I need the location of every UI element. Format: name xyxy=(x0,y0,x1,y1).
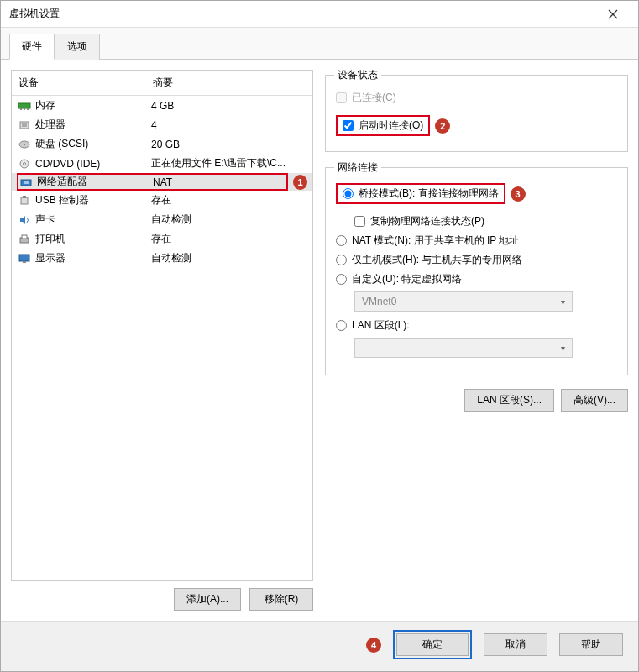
svg-rect-7 xyxy=(22,123,27,127)
display-icon xyxy=(17,252,32,265)
chevron-down-icon: ▾ xyxy=(561,297,565,307)
bridged-radio-input[interactable] xyxy=(343,188,354,199)
device-list-header: 设备 摘要 xyxy=(12,71,312,96)
lan-segments-button[interactable]: LAN 区段(S)... xyxy=(464,389,554,412)
device-row-disk[interactable]: 硬盘 (SCSI) 20 GB xyxy=(12,134,312,154)
device-row-cddvd[interactable]: CD/DVD (IDE) 正在使用文件 E:\迅雷下载\C... xyxy=(12,154,312,173)
titlebar: 虚拟机设置 xyxy=(1,1,638,28)
device-row-printer[interactable]: 打印机 存在 xyxy=(12,229,312,249)
left-panel: 设备 摘要 内存 4 GB 处理器 4 xyxy=(11,70,313,611)
nat-radio[interactable]: NAT 模式(N): 用于共享主机的 IP 地址 xyxy=(336,234,617,248)
device-name: USB 控制器 xyxy=(35,193,151,207)
device-row-cpu[interactable]: 处理器 4 xyxy=(12,115,312,134)
tab-hardware[interactable]: 硬件 xyxy=(9,34,55,60)
device-row-sound[interactable]: 声卡 自动检测 xyxy=(12,210,312,229)
svg-rect-4 xyxy=(24,108,25,110)
chevron-down-icon: ▾ xyxy=(561,344,565,353)
device-state-legend: 设备状态 xyxy=(334,68,381,82)
device-name: 内存 xyxy=(35,98,151,113)
custom-label: 自定义(U): 特定虚拟网络 xyxy=(352,272,462,286)
tab-options[interactable]: 选项 xyxy=(55,34,100,60)
custom-network-value: VMnet0 xyxy=(362,296,396,307)
bridged-radio[interactable]: 桥接模式(B): 直接连接物理网络 xyxy=(336,183,505,204)
nat-radio-input[interactable] xyxy=(336,235,347,246)
advanced-button[interactable]: 高级(V)... xyxy=(561,389,628,412)
connected-checkbox: 已连接(C) xyxy=(336,91,617,105)
lan-segment-combo: ▾ xyxy=(354,338,573,358)
network-legend: 网络连接 xyxy=(334,160,381,175)
sound-icon xyxy=(17,213,32,227)
bridged-label: 桥接模式(B): 直接连接物理网络 xyxy=(359,186,499,201)
annotation-badge-1: 1 xyxy=(293,175,307,190)
printer-icon xyxy=(17,233,32,246)
connected-checkbox-input xyxy=(336,92,347,103)
device-summary: 正在使用文件 E:\迅雷下载\C... xyxy=(151,156,307,171)
hostonly-radio-input[interactable] xyxy=(336,255,347,265)
device-summary: 4 xyxy=(151,119,307,131)
device-row-usb[interactable]: USB 控制器 存在 xyxy=(12,191,312,210)
svg-rect-13 xyxy=(24,181,29,184)
connect-on-power-label: 启动时连接(O) xyxy=(359,118,423,133)
connect-on-power-checkbox[interactable]: 启动时连接(O) xyxy=(336,115,430,136)
svg-rect-15 xyxy=(23,196,26,198)
svg-rect-18 xyxy=(22,235,27,239)
lan-segment-radio-input[interactable] xyxy=(336,320,347,331)
replicate-checkbox[interactable]: 复制物理网络连接状态(P) xyxy=(354,214,617,228)
add-device-button[interactable]: 添加(A)... xyxy=(174,588,241,611)
device-row-network[interactable]: 网络适配器 NAT 1 xyxy=(12,173,312,191)
custom-network-combo: VMnet0 ▾ xyxy=(354,291,573,312)
svg-point-9 xyxy=(24,144,25,145)
close-button[interactable] xyxy=(596,3,630,26)
device-summary: 自动检测 xyxy=(151,213,307,227)
device-row-display[interactable]: 显示器 自动检测 xyxy=(12,249,312,268)
vm-settings-dialog: 虚拟机设置 硬件 选项 设备 摘要 xyxy=(0,0,639,672)
device-name: 声卡 xyxy=(35,213,151,227)
device-summary: 20 GB xyxy=(151,139,307,150)
lan-segment-radio[interactable]: LAN 区段(L): xyxy=(336,318,617,333)
device-summary: 存在 xyxy=(151,193,307,207)
right-panel: 设备状态 已连接(C) 启动时连接(O) 2 网络连接 xyxy=(325,70,628,611)
cancel-button[interactable]: 取消 xyxy=(484,633,547,656)
device-summary: 4 GB xyxy=(151,100,307,112)
svg-rect-3 xyxy=(20,108,22,110)
device-list: 设备 摘要 内存 4 GB 处理器 4 xyxy=(11,70,313,581)
svg-rect-19 xyxy=(19,255,29,261)
hostonly-label: 仅主机模式(H): 与主机共享的专用网络 xyxy=(352,253,522,267)
net-icon xyxy=(18,176,34,189)
device-summary: 自动检测 xyxy=(151,251,307,265)
svg-rect-20 xyxy=(23,261,26,263)
disk-icon xyxy=(17,138,32,151)
device-name: 硬盘 (SCSI) xyxy=(35,137,151,151)
lan-segment-label: LAN 区段(L): xyxy=(352,318,410,333)
connect-on-power-input[interactable] xyxy=(343,120,354,131)
connected-label: 已连接(C) xyxy=(352,91,396,105)
svg-rect-5 xyxy=(27,108,29,110)
device-summary: 存在 xyxy=(151,232,307,246)
help-button[interactable]: 帮助 xyxy=(559,633,623,656)
nat-label: NAT 模式(N): 用于共享主机的 IP 地址 xyxy=(352,234,519,248)
device-name: 网络适配器 xyxy=(37,175,153,189)
content: 设备 摘要 内存 4 GB 处理器 4 xyxy=(1,60,638,621)
custom-radio-input[interactable] xyxy=(336,274,347,285)
device-name: 打印机 xyxy=(35,232,151,246)
left-panel-buttons: 添加(A)... 移除(R) xyxy=(11,588,313,611)
device-summary: NAT xyxy=(153,176,286,188)
replicate-label: 复制物理网络连接状态(P) xyxy=(370,214,484,228)
annotation-badge-4: 4 xyxy=(366,638,381,653)
remove-device-button[interactable]: 移除(R) xyxy=(249,588,313,611)
custom-radio[interactable]: 自定义(U): 特定虚拟网络 xyxy=(336,272,617,286)
device-name: CD/DVD (IDE) xyxy=(35,158,151,170)
device-row-memory[interactable]: 内存 4 GB xyxy=(12,96,312,115)
device-name: 处理器 xyxy=(35,118,151,132)
svg-point-11 xyxy=(24,162,26,165)
ok-button[interactable]: 确定 xyxy=(396,633,469,656)
svg-rect-2 xyxy=(18,103,30,108)
window-title: 虚拟机设置 xyxy=(9,7,60,21)
annotation-badge-3: 3 xyxy=(511,186,526,202)
close-icon xyxy=(608,9,618,19)
replicate-checkbox-input[interactable] xyxy=(354,216,365,227)
annotation-badge-2: 2 xyxy=(435,118,450,134)
hostonly-radio[interactable]: 仅主机模式(H): 与主机共享的专用网络 xyxy=(336,253,617,267)
header-device: 设备 xyxy=(18,76,153,90)
cpu-icon xyxy=(17,118,32,132)
